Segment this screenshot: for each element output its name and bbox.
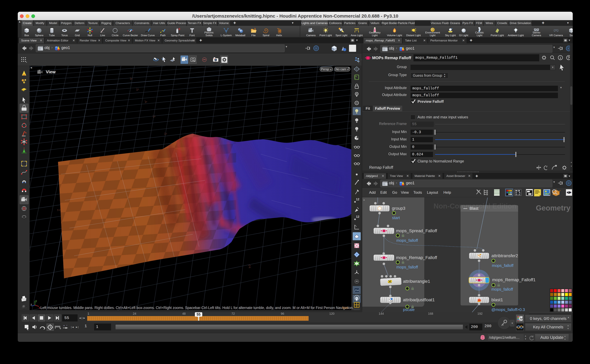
svg-text:144: 144 bbox=[379, 312, 384, 315]
svg-text:z: z bbox=[31, 303, 32, 306]
svg-text:96: 96 bbox=[281, 312, 284, 315]
svg-text:72: 72 bbox=[231, 312, 235, 315]
svg-text:1: 1 bbox=[87, 312, 89, 315]
svg-text:.2: .2 bbox=[391, 300, 393, 302]
svg-text:48: 48 bbox=[182, 312, 186, 315]
svg-text:?: ? bbox=[568, 56, 570, 60]
svg-text:192: 192 bbox=[477, 312, 483, 315]
svg-text:x: x bbox=[39, 306, 40, 309]
svg-text:24: 24 bbox=[133, 312, 136, 315]
svg-text:168: 168 bbox=[428, 312, 433, 315]
svg-text:12: 12 bbox=[356, 198, 359, 201]
svg-text:i: i bbox=[356, 296, 357, 300]
svg-text:120: 120 bbox=[329, 312, 334, 315]
svg-text:12: 12 bbox=[356, 215, 359, 218]
svg-text:y: y bbox=[35, 299, 37, 302]
